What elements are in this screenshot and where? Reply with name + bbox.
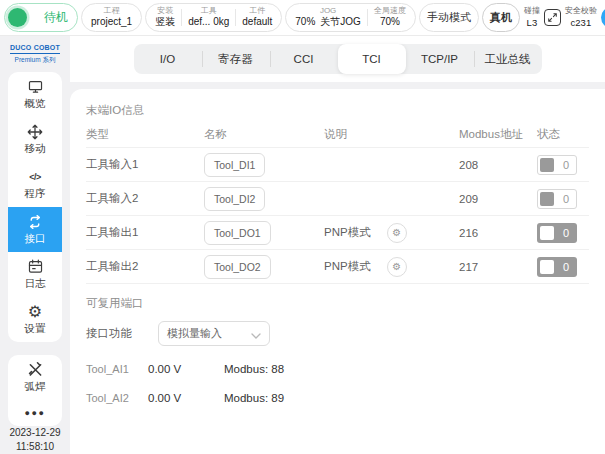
date-text: 2023-12-29: [9, 426, 60, 440]
real-machine-button[interactable]: 真机: [482, 3, 520, 32]
analog-port-modbus: Modbus: 89: [224, 392, 589, 404]
brand-logo: DUCO COBOT: [10, 44, 60, 54]
sidebar-item-log[interactable]: 日志: [8, 252, 62, 297]
tab--[interactable]: 寄存器: [202, 44, 270, 74]
io-table-row: 工具输入2Tool_DI22090: [86, 182, 589, 216]
pnp-settings-gear-icon[interactable]: ⚙: [387, 223, 407, 243]
tab--[interactable]: 工业总线: [474, 44, 542, 74]
io-state-toggle[interactable]: 0: [537, 257, 577, 277]
sidebar-item-arc-welding[interactable]: 弧焊: [8, 355, 62, 400]
code-icon: </>: [29, 168, 41, 185]
analog-port-list: Tool_AI10.00 VModbus: 88Tool_AI20.00 VMo…: [86, 363, 589, 404]
io-modbus-address: 216: [459, 227, 529, 239]
toggle-knob: [540, 158, 554, 172]
io-state-toggle: 0: [537, 189, 577, 209]
col-header: 状态: [529, 127, 589, 142]
io-desc: PNP模式⚙: [324, 223, 459, 243]
tab-strip: I/O寄存器CCITCITCP/IP工业总线: [70, 36, 605, 82]
global-speed-info: 全局速度 70%: [372, 6, 408, 29]
safety-check-label: 安全校验: [565, 6, 597, 16]
sidebar-item-interface[interactable]: 接口: [8, 207, 62, 252]
io-name-button[interactable]: Tool_DI1: [204, 153, 265, 177]
io-state-cell: 0: [529, 189, 589, 209]
io-type: 工具输入2: [86, 191, 204, 206]
robot-status-pill[interactable]: 待机: [4, 3, 78, 32]
collision-label: 碰撞: [524, 6, 540, 16]
time-text: 11:58:10: [9, 440, 60, 454]
analog-port-value: 0.00 V: [148, 392, 224, 404]
global-speed-value: 70%: [380, 16, 400, 29]
mount-label: 安装: [157, 6, 173, 16]
tab-bar: I/O寄存器CCITCITCP/IP工业总线: [134, 44, 542, 74]
monitor-icon: [27, 78, 44, 95]
sidebar-item-label: 弧焊: [25, 380, 46, 394]
move-icon: [26, 123, 44, 140]
io-section-title: 末端IO信息: [86, 103, 589, 118]
toggle-knob: [540, 192, 554, 206]
project-pill[interactable]: 工程 project_1: [81, 3, 142, 32]
tool-label: 工具: [201, 6, 217, 16]
sidebar-item-label: 日志: [25, 277, 46, 291]
io-name-button[interactable]: Tool_DO1: [204, 221, 271, 245]
global-speed-label: 全局速度: [374, 6, 406, 16]
workpiece-label: 工件: [249, 6, 265, 16]
io-state-cell: 0: [529, 155, 589, 175]
main-area: I/O寄存器CCITCITCP/IP工业总线 末端IO信息 类型名称说明Modb…: [70, 36, 605, 454]
tab-i-o[interactable]: I/O: [134, 44, 202, 74]
tool-value: def... 0kg: [188, 16, 229, 29]
content-panel: 末端IO信息 类型名称说明Modbus地址状态工具输入1Tool_DI12080…: [70, 89, 605, 454]
nav-card-extra: 弧焊●●●: [8, 355, 62, 426]
io-modbus-address: 209: [459, 193, 529, 205]
io-name-button[interactable]: Tool_DO2: [204, 255, 271, 279]
io-table-row: 工具输出2Tool_DO2PNP模式⚙2170: [86, 250, 589, 284]
io-desc-text: PNP模式: [324, 225, 371, 240]
port-section-title: 可复用端口: [86, 296, 589, 311]
col-header: 说明: [324, 127, 459, 142]
analog-port-name: Tool_AI2: [86, 392, 148, 404]
toggle-knob: [540, 260, 554, 274]
analog-port-row: Tool_AI10.00 VModbus: 88: [86, 363, 589, 375]
user-avatar[interactable]: A: [601, 7, 605, 28]
port-function-label: 接口功能: [86, 326, 132, 341]
sidebar-item-overview[interactable]: 概览: [8, 72, 62, 117]
jog-mode: 关节JOG: [320, 16, 361, 29]
jog-percent: 70%: [295, 16, 315, 29]
col-header: 名称: [204, 127, 324, 142]
toggle-value: 0: [563, 261, 569, 273]
divider: [235, 9, 236, 26]
tab-tci[interactable]: TCI: [338, 44, 406, 74]
sidebar-item-program[interactable]: </>程序: [8, 162, 62, 207]
io-state-toggle: 0: [537, 155, 577, 175]
project-info: 工程 project_1: [89, 6, 134, 29]
robot-status-label: 待机: [44, 9, 68, 26]
io-type: 工具输出2: [86, 259, 204, 274]
port-function-row: 接口功能 模拟量输入: [86, 321, 589, 346]
sidebar-item-label: 程序: [25, 187, 46, 201]
swap-icon: [26, 213, 44, 230]
project-value: project_1: [91, 16, 132, 29]
tab-tcp-ip[interactable]: TCP/IP: [406, 44, 474, 74]
io-state-toggle[interactable]: 0: [537, 223, 577, 243]
collision-expand-icon[interactable]: [544, 9, 561, 26]
toggle-knob: [540, 226, 554, 240]
tab-cci[interactable]: CCI: [270, 44, 338, 74]
io-name-button[interactable]: Tool_DI2: [204, 187, 265, 211]
jog-info: JOG 70% 关节JOG: [293, 6, 363, 29]
mount-info: 安装 竖装: [153, 6, 177, 29]
toggle-value: 0: [563, 193, 569, 205]
topbar: 待机 工程 project_1 安装 竖装 工具 def... 0kg 工件 d…: [0, 0, 605, 36]
jog-pill[interactable]: JOG 70% 关节JOG 全局速度 70%: [285, 3, 416, 32]
sidebar-item-settings[interactable]: ⚙设置: [8, 297, 62, 342]
welding-icon: [26, 361, 45, 378]
setup-pill[interactable]: 安装 竖装 工具 def... 0kg 工件 default: [145, 3, 282, 32]
manual-mode-button[interactable]: 手动模式: [419, 3, 479, 32]
sidebar-more-button[interactable]: ●●●: [8, 400, 62, 426]
io-modbus-address: 217: [459, 261, 529, 273]
sidebar-item-move[interactable]: 移动: [8, 117, 62, 162]
io-table: 类型名称说明Modbus地址状态工具输入1Tool_DI12080工具输入2To…: [86, 122, 589, 284]
divider: [181, 9, 182, 26]
pnp-settings-gear-icon[interactable]: ⚙: [387, 257, 407, 277]
port-function-select[interactable]: 模拟量输入: [158, 321, 270, 346]
mount-value: 竖装: [155, 16, 175, 29]
col-header: Modbus地址: [459, 127, 529, 142]
